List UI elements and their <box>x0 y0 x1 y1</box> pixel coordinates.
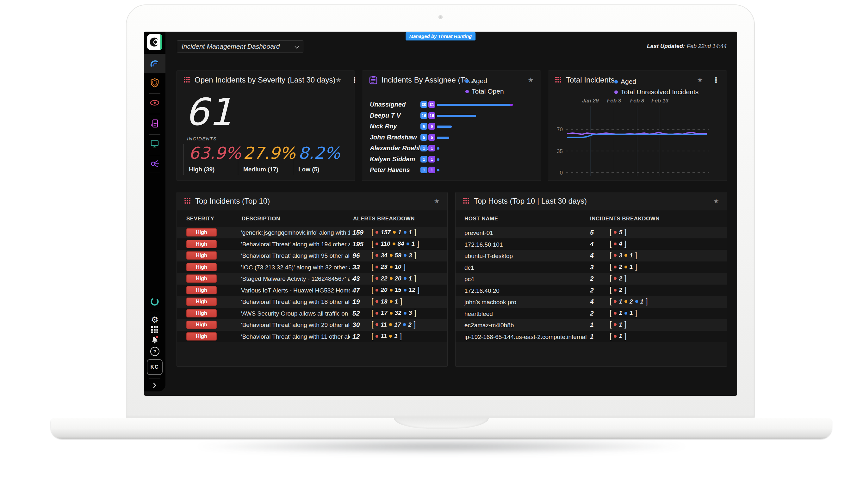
incident-count: 1 <box>590 332 594 340</box>
bracket-close: ] <box>624 320 626 328</box>
network-node-icon <box>150 159 160 168</box>
favorite-star-icon[interactable]: ★ <box>528 76 534 84</box>
severity-pill: High <box>186 286 217 294</box>
host-row[interactable]: 172.16.40.20 2 [ 2] <box>455 285 727 296</box>
assignee-row[interactable]: Peter Havens 1 1 <box>362 165 541 176</box>
breakdown-count: 20 <box>395 275 401 282</box>
host-row[interactable]: dc1 3 [ 2 1] <box>455 262 727 273</box>
incident-row[interactable]: High 'Behavioral Threat' along with 29 o… <box>177 319 447 331</box>
sidebar-item-shield[interactable] <box>144 77 165 88</box>
breakdown-count: 1 <box>640 298 644 305</box>
incident-row[interactable]: High 'Behavioral Threat' along with 194 … <box>177 238 447 250</box>
breakdown-count: 11 <box>380 332 387 340</box>
svg-text:Feb 13: Feb 13 <box>651 98 668 104</box>
alert-count: 195 <box>352 240 363 248</box>
aged-count-badge: 1 <box>421 145 427 151</box>
bracket-close: ] <box>400 298 402 305</box>
red-severity-dot <box>614 289 616 291</box>
aged-count-badge: 5 <box>421 134 427 141</box>
red-severity-dot <box>614 254 616 257</box>
incident-description: 'Staged Malware Activity - 1262484567' a… <box>241 275 350 282</box>
clipboard-icon <box>369 76 377 85</box>
host-row[interactable]: heartbleed 2 [ 1 1] <box>455 308 727 319</box>
cortex-logo[interactable] <box>147 34 162 50</box>
host-name: 172.16.40.20 <box>464 287 500 294</box>
settings-button[interactable]: ⚙ <box>144 315 165 324</box>
incident-description: 'AWS Security Group allows all traffic o… <box>241 310 350 317</box>
assignee-row[interactable]: Alexander Roehlich 1 1 <box>362 143 541 154</box>
sidebar-item-reports[interactable] <box>144 118 165 129</box>
blue-severity-dot <box>404 312 407 315</box>
alert-count: 52 <box>352 310 360 317</box>
dashboard-select[interactable]: Incident Management Dashboard <box>177 40 303 52</box>
red-severity-dot <box>375 300 378 303</box>
bracket-open: [ <box>610 228 612 236</box>
bracket-open: [ <box>610 332 612 340</box>
kebab-menu-icon[interactable]: ⋮ <box>351 76 358 84</box>
apps-button[interactable] <box>144 325 165 335</box>
red-severity-dot <box>614 312 616 315</box>
host-row[interactable]: john's macbook pro 4 [ 1 2 1] <box>455 296 727 308</box>
red-severity-dot <box>375 289 378 291</box>
assignee-rows: Unassigned 30 31 Deepu T V 16 16 Nick Ro… <box>362 99 541 176</box>
aged-bar-segment <box>437 115 476 117</box>
host-row[interactable]: ip-192-168-65-144.us-east-2.compute.inte… <box>455 331 727 342</box>
host-row[interactable]: pc4 2 [ 2] <box>455 273 727 285</box>
favorite-star-icon[interactable]: ★ <box>434 197 440 205</box>
bracket-close: ] <box>624 332 626 340</box>
alerts-breakdown: [ 20 15 12] <box>371 286 420 294</box>
incident-row[interactable]: High 'generic:jsgcngqcmhovk.info' along … <box>177 227 447 238</box>
breakdown-count: 4 <box>619 240 622 247</box>
incident-row[interactable]: High Various IoT Alerts - Huawei HG532 H… <box>177 285 447 296</box>
host-row[interactable]: ubuntu-IT-desktop 4 [ 3 1] <box>455 250 727 262</box>
favorite-star-icon[interactable]: ★ <box>713 197 719 205</box>
grid-apps-icon <box>151 326 159 333</box>
assignee-bar <box>437 159 513 161</box>
help-button[interactable]: ? <box>144 346 165 356</box>
assignee-row[interactable]: Kalyan Siddam 1 1 <box>362 154 541 165</box>
incident-row[interactable]: High 'Behavioral Threat' along with 95 o… <box>177 250 447 262</box>
incident-row[interactable]: High 'Behavioral Threat' along with 18 o… <box>177 296 447 308</box>
breakdown-count: 1 <box>629 252 633 259</box>
incidents-rows: High 'generic:jsgcngqcmhovk.info' along … <box>177 227 447 342</box>
incident-row[interactable]: High 'IOC (73.213.32.45)' along with 32 … <box>177 262 447 273</box>
assignee-row[interactable]: John Bradshaw 5 5 <box>362 132 541 143</box>
assignee-row[interactable]: Unassigned 30 31 <box>362 99 541 110</box>
incident-row[interactable]: High 'AWS Security Group allows all traf… <box>177 308 447 319</box>
dashboard-screen: ⚙ ? <box>144 32 737 396</box>
avatar-initials: KC <box>147 359 163 375</box>
sidebar-expand-button[interactable] <box>144 381 165 390</box>
sidebar-item-detection[interactable] <box>144 98 165 108</box>
refresh-ring-icon <box>150 297 160 306</box>
alerts-breakdown: [ 22 20 1] <box>371 275 416 282</box>
svg-text:Jan 29: Jan 29 <box>582 98 599 104</box>
incident-row[interactable]: High 'Behavioral Threat' along with 11 o… <box>177 331 447 342</box>
red-severity-dot <box>375 335 378 338</box>
host-row[interactable]: prevent-01 5 [ 5] <box>455 227 727 238</box>
incident-count: 4 <box>590 252 594 259</box>
notifications-button[interactable] <box>144 335 165 345</box>
sidebar-item-analytics[interactable] <box>144 159 165 168</box>
bracket-close: ] <box>624 275 626 282</box>
host-row[interactable]: 172.16.50.101 4 [ 4] <box>455 238 727 250</box>
assignee-row[interactable]: Nick Roy 6 6 <box>362 121 541 132</box>
red-severity-dot <box>375 266 378 268</box>
incident-row[interactable]: High 'Staged Malware Activity - 12624845… <box>177 273 447 285</box>
assignee-row[interactable]: Deepu T V 16 16 <box>362 110 541 122</box>
last-updated-value: Feb 22nd 14:44 <box>687 43 727 49</box>
host-row[interactable]: ec2amaz-m4i0b8b 1 [ 1] <box>455 319 727 331</box>
hosts-rows: prevent-01 5 [ 5] 172.16.50.101 4 [ 4] u… <box>455 227 727 342</box>
sidebar-item-endpoints[interactable] <box>144 139 165 149</box>
breakdown-count: 59 <box>395 252 401 259</box>
bracket-close: ] <box>624 286 626 294</box>
breakdown-count: 17 <box>394 321 401 328</box>
favorite-star-icon[interactable]: ★ <box>336 76 342 84</box>
user-avatar[interactable]: KC <box>144 360 165 375</box>
incident-count: 1 <box>590 321 594 328</box>
sidebar-item-dashboard-active[interactable] <box>144 54 165 73</box>
svg-text:Feb 3: Feb 3 <box>607 98 621 104</box>
incidents-table-title: Top Incidents (Top 10) <box>195 197 270 205</box>
blue-severity-dot <box>404 289 407 291</box>
sidebar-item-sync[interactable] <box>144 297 165 307</box>
total-incidents-chart: Jan 29Feb 3Feb 8Feb 1370350 <box>548 71 727 181</box>
